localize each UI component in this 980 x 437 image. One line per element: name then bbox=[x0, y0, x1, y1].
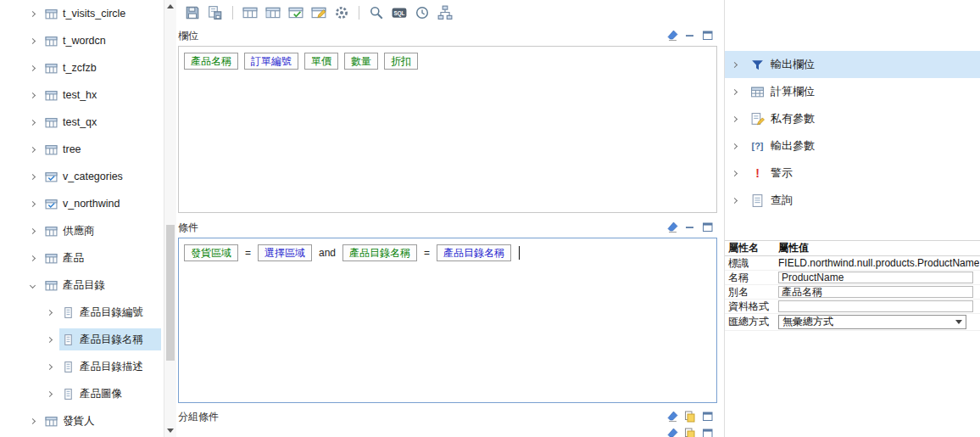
chevron-right-icon[interactable] bbox=[47, 338, 59, 342]
chevron-right-icon[interactable] bbox=[31, 66, 42, 70]
document-icon bbox=[750, 193, 765, 208]
tree-scrollbar[interactable] bbox=[164, 0, 176, 437]
section-label: 計算欄位 bbox=[771, 84, 815, 99]
section-output-fields[interactable]: 輸出欄位 bbox=[725, 51, 980, 78]
collapse-icon[interactable] bbox=[684, 221, 696, 233]
chevron-right-icon[interactable] bbox=[732, 199, 744, 203]
tree-item[interactable]: v_categories bbox=[0, 163, 164, 190]
condition-field-chip[interactable]: 產品目錄名稱 bbox=[342, 244, 417, 261]
clear-icon[interactable] bbox=[666, 30, 678, 42]
chevron-right-icon[interactable] bbox=[31, 148, 42, 152]
tree-item[interactable]: v_northwind bbox=[0, 190, 164, 217]
chevron-right-icon[interactable] bbox=[31, 39, 42, 43]
search-icon[interactable] bbox=[369, 5, 384, 20]
table-columns-icon[interactable] bbox=[265, 5, 281, 20]
tree-item-label: 產品目錄編號 bbox=[80, 305, 143, 320]
tree-item[interactable]: 供應商 bbox=[0, 217, 164, 244]
maximize-icon[interactable] bbox=[702, 411, 714, 423]
clear-icon[interactable] bbox=[666, 221, 678, 233]
maximize-icon[interactable] bbox=[702, 30, 714, 42]
tree-item[interactable]: 產品 bbox=[0, 244, 164, 272]
section-calculated-fields[interactable]: 計算欄位 bbox=[725, 78, 980, 105]
scroll-up-arrow-icon[interactable] bbox=[164, 0, 176, 13]
dropdown-arrow-icon bbox=[955, 320, 962, 324]
maximize-icon[interactable] bbox=[702, 221, 714, 233]
maximize-icon[interactable] bbox=[702, 428, 714, 437]
text-cursor bbox=[519, 246, 520, 260]
query-editor-area: SQL 欄位 產品名稱 訂單編號 單價 數量 折扣 條件 bbox=[176, 0, 724, 437]
view-icon bbox=[45, 171, 58, 183]
chevron-right-icon[interactable] bbox=[31, 256, 42, 261]
chevron-right-icon[interactable] bbox=[31, 229, 42, 233]
alias-input[interactable]: 產品名稱 bbox=[778, 286, 973, 298]
tree-item-column[interactable]: 產品目錄描述 bbox=[0, 353, 164, 380]
paste-icon[interactable] bbox=[684, 411, 696, 423]
clear-icon[interactable] bbox=[666, 428, 678, 437]
tree-item[interactable]: test_qx bbox=[0, 109, 164, 136]
chevron-right-icon[interactable] bbox=[47, 311, 59, 315]
save-copy-icon[interactable] bbox=[208, 5, 223, 20]
chevron-right-icon[interactable] bbox=[732, 171, 744, 176]
condition-param-chip[interactable]: 產品目錄名稱 bbox=[437, 244, 511, 261]
fields-panel-content[interactable]: 產品名稱 訂單編號 單價 數量 折扣 bbox=[178, 46, 717, 213]
prop-row-id: 標識 FIELD.northwind.null.products.Product… bbox=[725, 256, 980, 271]
field-chip[interactable]: 單價 bbox=[304, 53, 338, 70]
conditions-panel-content[interactable]: 發貨區域 = 選擇區域 and 產品目錄名稱 = 產品目錄名稱 bbox=[178, 238, 717, 403]
chevron-right-icon[interactable] bbox=[31, 175, 42, 179]
field-chip[interactable]: 訂單編號 bbox=[244, 53, 298, 70]
chevron-right-icon[interactable] bbox=[31, 419, 42, 423]
schema-icon[interactable] bbox=[437, 5, 453, 20]
field-chip[interactable]: 產品名稱 bbox=[184, 53, 238, 70]
tree-item-column[interactable]: 產品圖像 bbox=[0, 380, 164, 407]
aggregation-select[interactable]: 無彙總方式 bbox=[778, 315, 966, 329]
section-private-params[interactable]: 私有參數 bbox=[725, 105, 980, 132]
tree-item-expanded[interactable]: 產品目錄 bbox=[0, 272, 164, 299]
field-chip[interactable]: 折扣 bbox=[384, 53, 418, 70]
table-edit-icon[interactable] bbox=[311, 5, 326, 20]
chevron-right-icon[interactable] bbox=[31, 120, 42, 125]
chevron-right-icon[interactable] bbox=[47, 365, 59, 369]
gear-icon[interactable] bbox=[334, 5, 349, 20]
tree-item[interactable]: t_zcfzb bbox=[0, 54, 164, 81]
chevron-right-icon[interactable] bbox=[732, 63, 744, 67]
tree-item[interactable]: 發貨人 bbox=[0, 407, 164, 434]
tree-item[interactable]: t_visits_circle bbox=[0, 0, 164, 27]
tree-item[interactable]: tree bbox=[0, 136, 164, 163]
save-icon[interactable] bbox=[185, 5, 200, 20]
field-chip[interactable]: 數量 bbox=[344, 53, 378, 70]
clear-icon[interactable] bbox=[666, 411, 678, 423]
section-alerts[interactable]: ! 警示 bbox=[725, 160, 980, 187]
section-query[interactable]: 查詢 bbox=[725, 187, 980, 214]
tree-item[interactable]: test_hx bbox=[0, 81, 164, 109]
scrollbar-thumb[interactable] bbox=[166, 225, 175, 361]
table-view-icon[interactable] bbox=[242, 5, 258, 20]
chevron-right-icon[interactable] bbox=[31, 12, 42, 16]
table-check-icon[interactable] bbox=[288, 5, 303, 20]
collapse-icon[interactable] bbox=[684, 30, 696, 42]
name-input[interactable]: ProductName bbox=[778, 272, 973, 283]
scroll-down-arrow-icon[interactable] bbox=[164, 424, 176, 437]
chevron-down-icon[interactable] bbox=[31, 283, 42, 288]
condition-param-chip[interactable]: 選擇區域 bbox=[258, 244, 312, 261]
data-format-input[interactable] bbox=[778, 300, 973, 312]
chevron-right-icon[interactable] bbox=[31, 93, 42, 98]
sql-icon[interactable]: SQL bbox=[392, 5, 407, 20]
chevron-right-icon[interactable] bbox=[732, 117, 744, 121]
section-output-params[interactable]: [?] 輸出參數 bbox=[725, 132, 980, 160]
property-grid: 屬性名 屬性值 標識 FIELD.northwind.null.products… bbox=[725, 240, 980, 437]
svg-text:SQL: SQL bbox=[394, 10, 405, 17]
tree-item-column[interactable]: 產品目錄編號 bbox=[0, 299, 164, 326]
tree-item-column-selected[interactable]: 產品目錄名稱 bbox=[0, 326, 164, 353]
table-icon bbox=[45, 225, 58, 238]
clock-icon[interactable] bbox=[415, 5, 430, 20]
chevron-right-icon[interactable] bbox=[732, 144, 744, 148]
column-icon bbox=[62, 306, 75, 319]
chevron-right-icon[interactable] bbox=[31, 202, 42, 206]
operator-label: = bbox=[424, 247, 430, 259]
tree-item[interactable]: t_wordcn bbox=[0, 27, 164, 54]
chevron-right-icon[interactable] bbox=[47, 392, 59, 396]
chevron-right-icon[interactable] bbox=[732, 90, 744, 94]
prop-row-aggregation: 匯總方式 無彙總方式 bbox=[725, 314, 980, 331]
paste-icon[interactable] bbox=[684, 428, 696, 437]
condition-field-chip[interactable]: 發貨區域 bbox=[184, 244, 238, 261]
